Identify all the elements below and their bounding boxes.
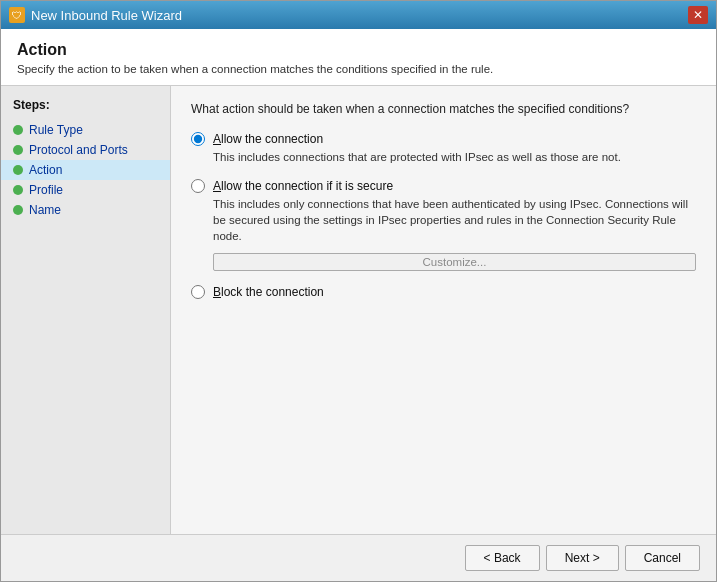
step-dot-rule-type (13, 125, 23, 135)
option-block-row: Block the connection (191, 285, 696, 299)
page-title: Action (17, 41, 700, 59)
label-allow: Allow the connection (213, 132, 323, 146)
step-dot-profile (13, 185, 23, 195)
back-button[interactable]: < Back (465, 545, 540, 571)
close-button[interactable]: ✕ (688, 6, 708, 24)
option-allow-row: Allow the connection (191, 132, 696, 146)
main-content: What action should be taken when a conne… (171, 86, 716, 534)
sidebar-label-name: Name (29, 203, 61, 217)
customize-button[interactable]: Customize... (213, 253, 696, 271)
content-area: Steps: Rule Type Protocol and Ports Acti… (1, 86, 716, 534)
option-allow-secure: Allow the connection if it is secure Thi… (191, 179, 696, 271)
option-block: Block the connection (191, 285, 696, 299)
label-allow-secure: Allow the connection if it is secure (213, 179, 393, 193)
radio-block[interactable] (191, 285, 205, 299)
step-dot-action (13, 165, 23, 175)
option-allow-secure-row: Allow the connection if it is secure (191, 179, 696, 193)
sidebar-label-rule-type: Rule Type (29, 123, 83, 137)
sidebar-label-protocol-ports: Protocol and Ports (29, 143, 128, 157)
option-allow: Allow the connection This includes conne… (191, 132, 696, 165)
sidebar-item-protocol-ports[interactable]: Protocol and Ports (1, 140, 170, 160)
sidebar-item-action[interactable]: Action (1, 160, 170, 180)
wizard-window: 🛡 New Inbound Rule Wizard ✕ Action Speci… (0, 0, 717, 582)
step-dot-name (13, 205, 23, 215)
steps-label: Steps: (1, 98, 170, 120)
next-button[interactable]: Next > (546, 545, 619, 571)
step-dot-protocol-ports (13, 145, 23, 155)
radio-allow[interactable] (191, 132, 205, 146)
question-text: What action should be taken when a conne… (191, 102, 696, 116)
sidebar: Steps: Rule Type Protocol and Ports Acti… (1, 86, 171, 534)
sidebar-item-profile[interactable]: Profile (1, 180, 170, 200)
header-area: Action Specify the action to be taken wh… (1, 29, 716, 86)
page-description: Specify the action to be taken when a co… (17, 63, 700, 75)
label-block: Block the connection (213, 285, 324, 299)
title-bar-left: 🛡 New Inbound Rule Wizard (9, 7, 182, 23)
radio-allow-secure[interactable] (191, 179, 205, 193)
desc-allow-secure: This includes only connections that have… (213, 196, 696, 244)
app-icon: 🛡 (9, 7, 25, 23)
cancel-button[interactable]: Cancel (625, 545, 700, 571)
radio-group: Allow the connection This includes conne… (191, 132, 696, 299)
sidebar-item-rule-type[interactable]: Rule Type (1, 120, 170, 140)
sidebar-item-name[interactable]: Name (1, 200, 170, 220)
footer: < Back Next > Cancel (1, 534, 716, 581)
window-title: New Inbound Rule Wizard (31, 8, 182, 23)
sidebar-label-action: Action (29, 163, 62, 177)
title-bar: 🛡 New Inbound Rule Wizard ✕ (1, 1, 716, 29)
desc-allow: This includes connections that are prote… (213, 149, 696, 165)
sidebar-label-profile: Profile (29, 183, 63, 197)
